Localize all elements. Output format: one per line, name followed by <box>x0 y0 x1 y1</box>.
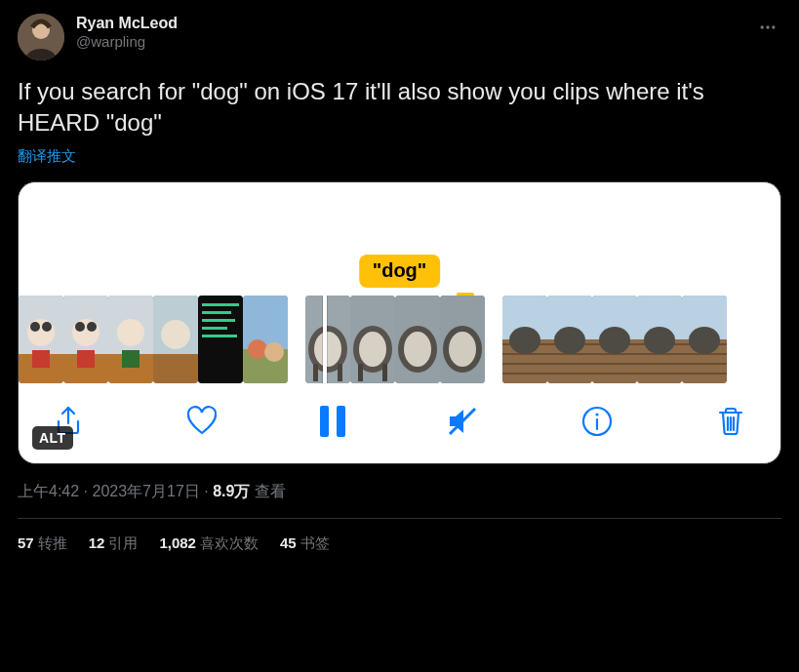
svg-point-36 <box>314 332 341 367</box>
svg-point-9 <box>42 322 52 332</box>
views-label: 查看 <box>255 483 286 499</box>
clip-thumbnail[interactable] <box>592 296 637 383</box>
svg-point-32 <box>248 339 267 359</box>
svg-rect-26 <box>202 311 231 314</box>
clip-thumbnail[interactable] <box>682 296 727 383</box>
search-token-text: "dog" <box>373 259 427 282</box>
svg-point-23 <box>161 320 190 349</box>
media-toolbar <box>19 383 780 463</box>
clip-thumbnail[interactable] <box>637 296 682 383</box>
stats-row: 57转推 12引用 1,082喜欢次数 45书签 <box>18 519 781 553</box>
info-icon[interactable] <box>580 405 614 438</box>
avatar[interactable] <box>18 14 64 60</box>
svg-rect-38 <box>338 364 342 381</box>
svg-point-53 <box>509 327 540 354</box>
svg-point-2 <box>761 25 764 28</box>
clip-group[interactable] <box>19 296 288 383</box>
svg-point-65 <box>689 327 720 354</box>
clip-group[interactable] <box>502 296 727 383</box>
svg-rect-16 <box>77 350 95 368</box>
svg-point-41 <box>359 332 386 367</box>
pause-icon[interactable] <box>320 406 345 437</box>
clip-group-active[interactable] <box>305 296 485 383</box>
trash-icon[interactable] <box>714 405 747 438</box>
retweets-stat[interactable]: 57转推 <box>18 534 67 553</box>
svg-point-59 <box>599 327 630 354</box>
media-whitespace: "dog" <box>19 182 780 296</box>
clip-thumbnail[interactable] <box>19 296 63 383</box>
handle: @warpling <box>76 33 178 52</box>
display-name: Ryan McLeod <box>76 14 178 33</box>
author-name-block[interactable]: Ryan McLeod @warpling <box>76 14 178 52</box>
clip-thumbnail[interactable] <box>547 296 592 383</box>
svg-point-56 <box>554 327 585 354</box>
svg-rect-29 <box>202 335 237 337</box>
svg-point-3 <box>766 25 769 28</box>
svg-point-46 <box>404 332 431 367</box>
svg-point-68 <box>595 414 598 416</box>
clip-thumbnail[interactable] <box>243 296 288 383</box>
svg-rect-20 <box>122 350 140 368</box>
svg-point-8 <box>30 322 40 332</box>
clip-thumbnail[interactable] <box>350 296 395 383</box>
playhead[interactable] <box>323 296 327 383</box>
svg-point-49 <box>449 332 476 367</box>
heart-icon[interactable] <box>185 405 219 438</box>
tweet-text: If you search for "dog" on iOS 17 it'll … <box>18 76 781 138</box>
quotes-stat[interactable]: 12引用 <box>89 534 139 553</box>
svg-rect-43 <box>382 364 387 381</box>
svg-rect-22 <box>153 354 198 383</box>
svg-rect-10 <box>32 350 50 368</box>
clip-thumbnail[interactable] <box>395 296 440 383</box>
svg-rect-25 <box>202 303 239 306</box>
views-count: 8.9万 <box>213 483 250 499</box>
clip-thumbnail[interactable] <box>198 296 243 383</box>
clip-thumbnail[interactable] <box>305 296 350 383</box>
svg-point-14 <box>75 322 85 332</box>
svg-point-19 <box>117 319 144 346</box>
svg-point-13 <box>72 319 100 346</box>
clip-thumbnail[interactable] <box>153 296 198 383</box>
svg-point-62 <box>644 327 675 354</box>
svg-rect-28 <box>202 327 227 330</box>
more-options-button[interactable] <box>754 14 781 45</box>
mute-icon[interactable] <box>446 405 479 438</box>
tweet-time[interactable]: 上午4:42 <box>18 483 79 499</box>
media-card[interactable]: "dog" <box>18 181 781 464</box>
svg-point-7 <box>27 319 55 346</box>
video-timeline[interactable] <box>19 296 780 383</box>
spotlight-search-token: "dog" <box>359 255 441 288</box>
svg-rect-37 <box>313 364 318 381</box>
clip-thumbnail[interactable] <box>502 296 547 383</box>
svg-point-33 <box>264 342 284 362</box>
clip-thumbnail[interactable] <box>440 296 485 383</box>
svg-rect-27 <box>202 319 235 322</box>
tweet-meta: 上午4:422023年7月17日8.9万 查看 <box>18 482 781 502</box>
tweet-date[interactable]: 2023年7月17日 <box>92 483 199 499</box>
svg-point-4 <box>772 25 775 28</box>
clip-thumbnail[interactable] <box>108 296 153 383</box>
translate-link[interactable]: 翻译推文 <box>18 147 76 166</box>
likes-stat[interactable]: 1,082喜欢次数 <box>159 534 259 553</box>
svg-rect-24 <box>198 296 243 383</box>
svg-point-15 <box>87 322 97 332</box>
clip-thumbnail[interactable] <box>63 296 108 383</box>
alt-badge[interactable]: ALT <box>32 426 73 450</box>
svg-rect-42 <box>358 364 363 381</box>
bookmarks-stat[interactable]: 45书签 <box>280 534 330 553</box>
svg-rect-30 <box>243 296 288 349</box>
tweet-container: Ryan McLeod @warpling If you search for … <box>0 0 799 563</box>
tweet-header: Ryan McLeod @warpling <box>18 14 781 60</box>
